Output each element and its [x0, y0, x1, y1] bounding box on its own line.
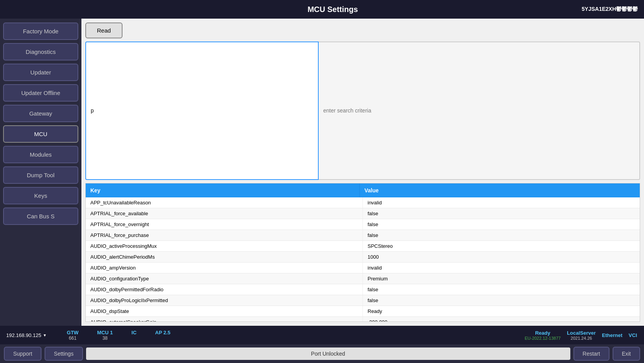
table-cell-value: false — [363, 230, 640, 240]
table-row[interactable]: AUDIO_dspStateReady — [86, 306, 640, 317]
table-cell-value: invalid — [363, 263, 640, 273]
table-cell-value: Ready — [363, 306, 640, 316]
sidebar-item-updater[interactable]: Updater — [3, 64, 78, 81]
status-metrics: GTW661MCU 138ICAP 2.5 — [50, 329, 525, 342]
read-button[interactable]: Read — [85, 22, 123, 38]
sidebar-item-can-bus-s[interactable]: Can Bus S — [3, 207, 78, 225]
sidebar-item-keys[interactable]: Keys — [3, 187, 78, 204]
table-cell-key: APP_tcUnavailableReason — [86, 197, 363, 208]
table-cell-value: 1000 — [363, 252, 640, 262]
metric-value: 38 — [102, 335, 107, 341]
table-cell-value: -200.000 — [363, 317, 640, 322]
table-row[interactable]: AUDIO_externalSpeakerGain-200.000 — [86, 317, 640, 322]
sidebar-item-mcu[interactable]: MCU — [3, 125, 78, 143]
server-value: 2021.24.26 — [571, 336, 592, 341]
ready-status: Ready EU-2022.12-13877 — [525, 330, 561, 341]
sidebar-item-diagnostics[interactable]: Diagnostics — [3, 43, 78, 60]
table-cell-key: AUDIO_configurationType — [86, 273, 363, 284]
sidebar-item-updater-offline[interactable]: Updater Offline — [3, 84, 78, 102]
search-input[interactable] — [85, 41, 319, 180]
port-status: Port Unlocked — [86, 347, 570, 360]
sidebar-item-factory-mode[interactable]: Factory Mode — [3, 22, 78, 40]
table-cell-value: false — [363, 284, 640, 295]
exit-button[interactable]: Exit — [613, 347, 640, 361]
title-bar: MCU Settings 5YJSA1E2XH鬱鬱鬱鬱 — [0, 0, 644, 19]
bottom-right-buttons: Restart Exit — [573, 347, 640, 361]
ready-label: Ready — [535, 330, 550, 336]
vin-display: 5YJSA1E2XH鬱鬱鬱鬱 — [582, 6, 638, 13]
page-title: MCU Settings — [84, 5, 582, 14]
main-area: Factory ModeDiagnosticsUpdaterUpdater Of… — [0, 19, 644, 326]
ip-dropdown-arrow[interactable]: ▼ — [43, 333, 47, 337]
table-cell-key: AUDIO_activeProcessingMux — [86, 241, 363, 251]
bottom-bar: Support Settings Port Unlocked Restart E… — [0, 344, 644, 363]
key-column-header: Key — [86, 183, 360, 197]
metric-label: IC — [131, 330, 136, 335]
table-row[interactable]: APTRIAL_force_purchasefalse — [86, 230, 640, 241]
metric-mcu-1: MCU 138 — [88, 329, 122, 342]
support-button[interactable]: Support — [4, 347, 41, 361]
table-row[interactable]: AUDIO_ampVersioninvalid — [86, 263, 640, 273]
table-cell-key: AUDIO_dolbyProLogicIIxPermitted — [86, 295, 363, 306]
table-cell-key: APTRIAL_force_purchase — [86, 230, 363, 240]
ready-value: EU-2022.12-13877 — [525, 336, 561, 341]
table-cell-value: false — [363, 219, 640, 230]
metric-label: MCU 1 — [97, 330, 113, 335]
metric-gtw: GTW661 — [57, 329, 88, 342]
metric-ic: IC — [122, 329, 146, 342]
table-row[interactable]: AUDIO_activeProcessingMuxSPCStereo — [86, 241, 640, 252]
table-row[interactable]: AUDIO_dolbyProLogicIIxPermittedfalse — [86, 295, 640, 306]
sidebar-item-dump-tool[interactable]: Dump Tool — [3, 166, 78, 184]
table-row[interactable]: AUDIO_dolbyPermittedForRadiofalse — [86, 284, 640, 295]
status-bar: 192.168.90.125 ▼ GTW661MCU 138ICAP 2.5 R… — [0, 326, 644, 344]
search-criteria-input[interactable] — [319, 41, 640, 180]
local-server-status: LocalServer 2021.24.26 — [567, 330, 596, 341]
table-row[interactable]: AUDIO_configurationTypePremium — [86, 273, 640, 284]
ip-display: 192.168.90.125 ▼ — [3, 332, 50, 338]
restart-button[interactable]: Restart — [573, 347, 609, 361]
sidebar-item-gateway[interactable]: Gateway — [3, 105, 78, 122]
metric-value: 661 — [69, 335, 76, 341]
table-cell-key: AUDIO_externalSpeakerGain — [86, 317, 363, 322]
metric-label: AP 2.5 — [155, 330, 171, 335]
table-cell-value: Premium — [363, 273, 640, 284]
table-cell-value: SPCStereo — [363, 241, 640, 251]
ethernet-status: Ethernet — [602, 332, 623, 338]
table-cell-value: invalid — [363, 197, 640, 208]
table-cell-key: APTRIAL_force_overnight — [86, 219, 363, 230]
table-cell-key: AUDIO_dspState — [86, 306, 363, 316]
table-cell-value: false — [363, 208, 640, 219]
table-cell-key: AUDIO_dolbyPermittedForRadio — [86, 284, 363, 295]
server-label: LocalServer — [567, 330, 596, 336]
table-row[interactable]: APTRIAL_force_overnightfalse — [86, 219, 640, 230]
table-body[interactable]: APP_tcUnavailableReasoninvalidAPTRIAL_fo… — [86, 197, 640, 322]
app-container: MCU Settings 5YJSA1E2XH鬱鬱鬱鬱 Factory Mode… — [0, 0, 644, 363]
metric-ap-2.5: AP 2.5 — [146, 329, 180, 342]
data-table: Key Value APP_tcUnavailableReasoninvalid… — [85, 183, 640, 322]
content-area: Read Key Value APP_tcUnavailableReasonin… — [81, 19, 644, 326]
status-right: Ready EU-2022.12-13877 LocalServer 2021.… — [525, 330, 641, 341]
toolbar: Read — [85, 22, 640, 38]
search-bar — [85, 41, 640, 180]
table-row[interactable]: AUDIO_alertChimePeriodMs1000 — [86, 252, 640, 263]
table-cell-value: false — [363, 295, 640, 306]
table-row[interactable]: APTRIAL_force_availablefalse — [86, 208, 640, 219]
settings-button[interactable]: Settings — [45, 347, 83, 361]
sidebar: Factory ModeDiagnosticsUpdaterUpdater Of… — [0, 19, 81, 326]
table-cell-key: APTRIAL_force_available — [86, 208, 363, 219]
table-header: Key Value — [86, 183, 640, 197]
scroll-placeholder — [634, 183, 640, 197]
vci-status: VCI — [628, 332, 637, 338]
sidebar-item-modules[interactable]: Modules — [3, 146, 78, 163]
ip-address: 192.168.90.125 — [6, 332, 41, 338]
table-row[interactable]: APP_tcUnavailableReasoninvalid — [86, 197, 640, 208]
metric-label: GTW — [67, 330, 78, 335]
table-cell-key: AUDIO_ampVersion — [86, 263, 363, 273]
table-cell-key: AUDIO_alertChimePeriodMs — [86, 252, 363, 262]
ethernet-label: Ethernet — [602, 332, 623, 338]
value-column-header: Value — [360, 183, 634, 197]
